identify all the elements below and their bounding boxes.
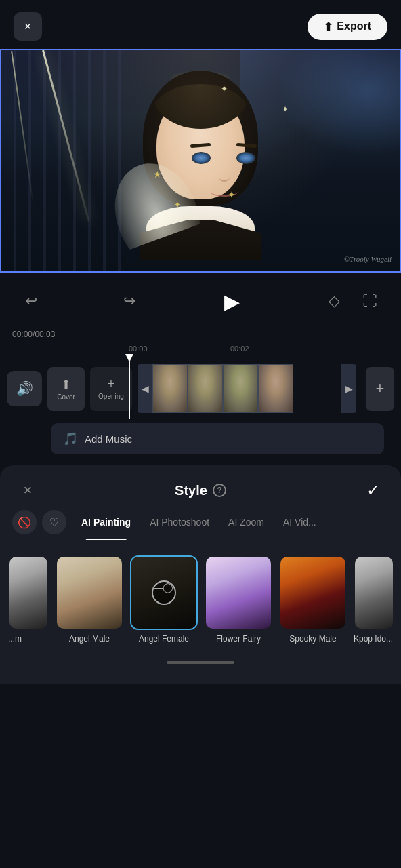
export-label: Export	[337, 20, 371, 33]
cover-track-button[interactable]: ⬆ Cover	[47, 367, 85, 411]
style-thumb-angel-male	[56, 555, 123, 630]
video-thumb-3	[223, 364, 258, 413]
style-tabs: 🚫 ♡ AI Painting AI Photoshoot AI Zoom AI…	[0, 510, 401, 543]
style-thumb-angel-female: —◯—	[130, 555, 198, 630]
style-item-angel-female[interactable]: —◯— Angel Female	[130, 555, 198, 644]
video-strip-wrapper: ◀ 3.0s ▶	[138, 364, 356, 413]
cover-label: Cover	[57, 393, 75, 401]
strip-arrow-left[interactable]: ◀	[138, 364, 152, 413]
tab-ai-painting[interactable]: AI Painting	[72, 513, 140, 532]
thumb-bg-flower-fairy	[206, 557, 271, 629]
star-accent-1: ★	[153, 169, 162, 180]
ruler-mark-0: 00:00	[129, 344, 148, 353]
star-accent-2: ✦	[228, 189, 236, 200]
angel-female-center-icon: —◯—	[152, 580, 176, 605]
eye-right	[236, 152, 255, 164]
thumb-bg-angel-male	[57, 557, 122, 629]
style-grid: ...m Angel Male —◯— Angel Female	[0, 543, 401, 650]
thumb-bg-partial	[9, 557, 47, 629]
export-button[interactable]: ⬆ Export	[308, 14, 387, 40]
video-thumb-2	[188, 364, 223, 413]
opening-track-button[interactable]: + Opening	[90, 367, 132, 411]
tab-ai-photoshoot[interactable]: AI Photoshoot	[140, 513, 219, 532]
tab-ai-video[interactable]: AI Vid...	[274, 513, 326, 532]
header: × ⬆ Export	[0, 0, 401, 49]
video-thumb-4	[258, 364, 293, 413]
timeline-ruler: 00:00 00:02	[0, 342, 401, 355]
style-label-flower-fairy: Flower Fairy	[216, 634, 261, 644]
timeline-bar: 00:00/00:03	[0, 330, 401, 342]
tab-ai-zoom[interactable]: AI Zoom	[219, 513, 274, 532]
style-item-spooky-male[interactable]: Spooky Male	[279, 555, 347, 644]
add-music-row[interactable]: 🎵 Add Music	[51, 423, 384, 454]
controls-bar: ↩ ↪ ▶ ◇ ⛶	[0, 273, 401, 330]
redo-button[interactable]: ↪	[117, 289, 142, 313]
angel-female-inner-icon: —◯—	[153, 582, 175, 604]
audio-track-button[interactable]: 🔊	[7, 371, 42, 406]
export-upload-icon: ⬆	[324, 20, 333, 33]
opening-icon: +	[108, 377, 115, 391]
strip-arrow-right[interactable]: ▶	[341, 364, 356, 413]
style-thumb-spooky-male	[279, 555, 347, 630]
bg-columns	[1, 50, 121, 271]
ruler-mark-2: 00:02	[230, 344, 249, 353]
tab-heart-icon[interactable]: ♡	[42, 510, 66, 534]
eyebrow-left	[190, 143, 211, 149]
time-current: 00:00/00:03	[12, 330, 55, 339]
style-thumb-flower-fairy	[205, 555, 272, 630]
cover-icon: ⬆	[61, 377, 71, 392]
bottom-indicator	[0, 650, 401, 664]
style-label-angel-male: Angel Male	[69, 634, 110, 644]
bottom-drag-bar	[167, 661, 234, 664]
bottom-header: × Style ? ✓	[0, 465, 401, 510]
style-label-kpop: Kpop Ido...	[354, 634, 393, 644]
style-label-partial: ...m	[8, 634, 22, 644]
style-item-kpop[interactable]: Kpop Ido...	[354, 555, 394, 644]
style-label-angel-female: Angel Female	[139, 634, 189, 644]
info-icon[interactable]: ?	[213, 484, 226, 497]
music-icon: 🎵	[63, 431, 78, 446]
sparkle-2: ✦	[282, 104, 289, 114]
fullscreen-button[interactable]: ⛶	[358, 289, 382, 313]
char-nose	[219, 172, 230, 182]
style-label-spooky-male: Spooky Male	[289, 634, 336, 644]
style-item-angel-male[interactable]: Angel Male	[56, 555, 123, 644]
sparkle-1: ✦	[221, 84, 228, 94]
thumb-bg-kpop	[355, 557, 393, 629]
character-face: ★ ✦ ✦ ✦ ✦	[133, 64, 268, 254]
undo-button[interactable]: ↩	[19, 289, 43, 313]
timeline-track: 🔊 ⬆ Cover + Opening ◀ 3.0s ▶ +	[0, 358, 401, 419]
opening-label: Opening	[98, 393, 124, 400]
thumb-bg-angel-female: —◯—	[131, 557, 196, 629]
add-music-label: Add Music	[85, 433, 132, 445]
style-title-text: Style	[175, 483, 207, 498]
play-button[interactable]: ▶	[216, 285, 249, 317]
video-strip: 3.0s	[152, 364, 341, 413]
style-item-partial-left[interactable]: ...m	[8, 555, 49, 644]
bottom-close-button[interactable]: ×	[16, 479, 39, 502]
eye-left	[192, 152, 211, 164]
preview-background: ★ ✦ ✦ ✦ ✦ ©Trooly Wugeli	[1, 50, 400, 271]
video-thumb-1	[152, 364, 188, 413]
style-thumb-partial	[8, 555, 49, 630]
preview-area: ★ ✦ ✦ ✦ ✦ ©Trooly Wugeli	[0, 49, 401, 273]
star-accent-3: ✦	[173, 199, 182, 210]
speaker-icon: 🔊	[16, 380, 33, 397]
bottom-confirm-button[interactable]: ✓	[362, 479, 385, 502]
style-thumb-kpop	[354, 555, 394, 630]
watermark: ©Trooly Wugeli	[344, 255, 392, 263]
close-button[interactable]: ×	[14, 12, 42, 41]
bottom-title: Style ?	[175, 483, 226, 498]
controls-right: ◇ ⛶	[322, 289, 382, 313]
thumb-bg-spooky-male	[280, 557, 345, 629]
add-clip-button[interactable]: +	[366, 367, 394, 411]
style-item-flower-fairy[interactable]: Flower Fairy	[205, 555, 272, 644]
bottom-panel: × Style ? ✓ 🚫 ♡ AI Painting AI Photoshoo…	[0, 465, 401, 684]
keyframe-button[interactable]: ◇	[322, 289, 347, 313]
character-scene: ★ ✦ ✦ ✦ ✦	[1, 50, 400, 271]
tab-block-icon[interactable]: 🚫	[12, 510, 37, 534]
